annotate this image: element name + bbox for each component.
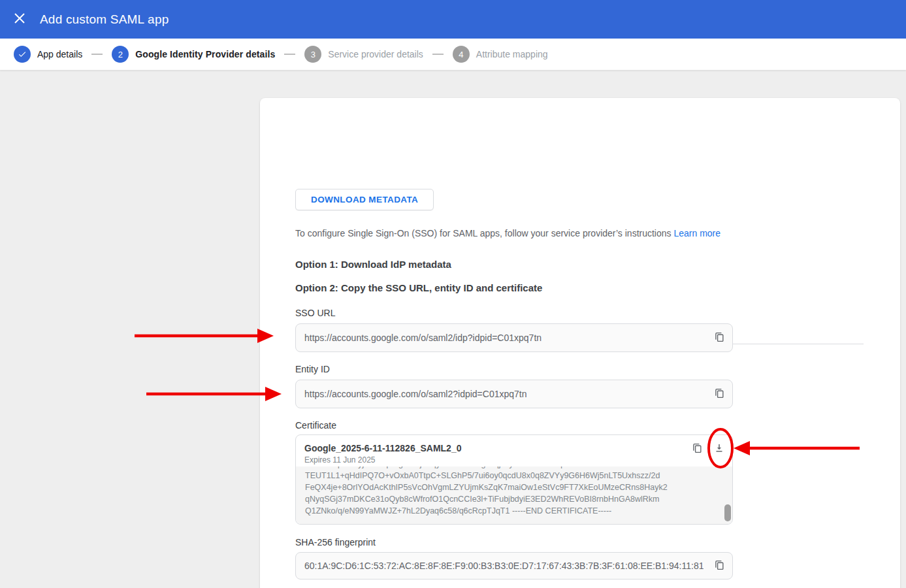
copy-sha256-button[interactable] bbox=[710, 557, 728, 575]
sso-url-field[interactable]: https://accounts.google.com/o/saml2/idp?… bbox=[295, 323, 733, 352]
certificate-body-text: cMwnsoqecxwyjsMcnqowgxeszjcwqyosMexnc/wg… bbox=[305, 466, 723, 517]
intro-text: To configure Single Sign-On (SSO) for SA… bbox=[295, 228, 720, 238]
step-number: 2 bbox=[112, 46, 129, 63]
certificate-scrollbar-thumb[interactable] bbox=[724, 504, 731, 521]
entity-id-label: Entity ID bbox=[295, 364, 330, 374]
wizard-stepper: App details 2 Google Identity Provider d… bbox=[0, 39, 906, 71]
step-label: Google Identity Provider details bbox=[135, 49, 275, 59]
step-connector bbox=[432, 54, 444, 55]
red-arrow-sso-url bbox=[135, 329, 274, 343]
copy-icon bbox=[713, 559, 725, 573]
copy-icon bbox=[713, 331, 725, 345]
step-number: 4 bbox=[453, 46, 470, 63]
certificate-card: Google_2025-6-11-112826_SAML2_0 Expires … bbox=[295, 434, 733, 525]
sso-url-label: SSO URL bbox=[295, 308, 335, 318]
step-label: Attribute mapping bbox=[476, 49, 548, 59]
copy-entity-id-button[interactable] bbox=[710, 385, 728, 403]
close-icon bbox=[14, 12, 25, 26]
download-certificate-button[interactable] bbox=[710, 440, 728, 458]
sso-url-value: https://accounts.google.com/o/saml2/idp?… bbox=[304, 333, 542, 343]
copy-icon bbox=[713, 387, 725, 401]
certificate-label: Certificate bbox=[295, 420, 336, 431]
certificate-name: Google_2025-6-11-112826_SAML2_0 bbox=[304, 443, 461, 453]
step-check-icon bbox=[14, 46, 31, 63]
step-number: 3 bbox=[304, 46, 321, 63]
sha256-label: SHA-256 fingerprint bbox=[295, 537, 376, 547]
step-label: App details bbox=[37, 49, 82, 59]
sha256-value: 60:1A:9C:D6:1C:53:72:AC:8E:8F:8E:F9:00:B… bbox=[304, 561, 704, 571]
entity-id-field[interactable]: https://accounts.google.com/o/saml2?idpi… bbox=[295, 380, 733, 408]
dialog-title: Add custom SAML app bbox=[40, 12, 169, 27]
copy-sso-url-button[interactable] bbox=[710, 329, 728, 347]
certificate-expiry: Expires 11 Jun 2025 bbox=[304, 455, 376, 465]
step-google-idp-details[interactable]: 2 Google Identity Provider details bbox=[112, 46, 275, 63]
dialog-header: Add custom SAML app bbox=[0, 0, 906, 39]
close-button[interactable] bbox=[8, 8, 31, 31]
option2-heading: Option 2: Copy the SSO URL, entity ID an… bbox=[295, 282, 542, 293]
step-connector bbox=[91, 54, 103, 55]
sha256-field[interactable]: 60:1A:9C:D6:1C:53:72:AC:8E:8F:8E:F9:00:B… bbox=[295, 552, 733, 580]
intro-text-body: To configure Single Sign-On (SSO) for SA… bbox=[295, 228, 673, 238]
copy-icon bbox=[691, 442, 703, 456]
entity-id-value: https://accounts.google.com/o/saml2?idpi… bbox=[304, 389, 527, 399]
download-metadata-button[interactable]: DOWNLOAD METADATA bbox=[295, 189, 434, 210]
download-icon bbox=[713, 442, 725, 456]
step-app-details[interactable]: App details bbox=[14, 46, 82, 63]
step-attribute-mapping: 4 Attribute mapping bbox=[453, 46, 548, 63]
step-connector bbox=[284, 54, 295, 55]
certificate-body-scroll-area[interactable]: cMwnsoqecxwyjsMcnqowgxeszjcwqyosMexnc/wg… bbox=[296, 466, 732, 524]
idp-details-panel: To configure Single Sign-On (SSO) for SA… bbox=[260, 98, 900, 588]
option1-heading: Option 1: Download IdP metadata bbox=[295, 259, 451, 270]
learn-more-link[interactable]: Learn more bbox=[673, 228, 720, 238]
step-label: Service provider details bbox=[328, 49, 423, 59]
copy-certificate-button[interactable] bbox=[688, 440, 706, 458]
step-service-provider-details: 3 Service provider details bbox=[304, 46, 423, 63]
